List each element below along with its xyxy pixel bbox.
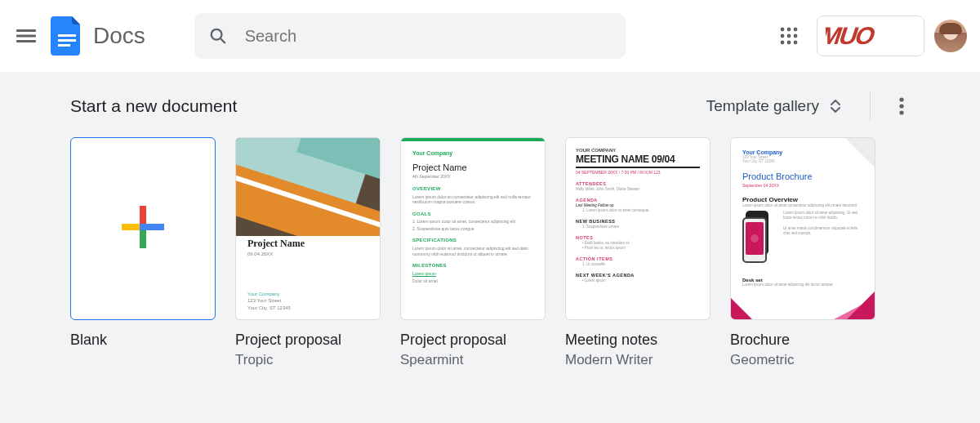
thumb-line: September 04 20XX (742, 183, 863, 188)
template-title: Blank (70, 332, 216, 349)
svg-point-11 (781, 34, 785, 38)
thumb-line: Last Meeting Follow-up (576, 203, 700, 207)
template-subtitle: Geometric (730, 352, 875, 368)
thumb-line: 04 SEPTEMBER 20XX / 7:00 PM / ROOM 123 (576, 170, 700, 175)
divider (870, 91, 871, 121)
svg-line-7 (220, 38, 225, 42)
thumb-heading: NEW BUSINESS (576, 219, 700, 224)
docs-icon (51, 16, 83, 56)
template-cards: Blank Project Name 09.04.20XX Your Compa… (70, 137, 951, 368)
svg-rect-0 (16, 29, 36, 32)
svg-point-20 (899, 110, 903, 114)
template-subtitle: Spearmint (400, 352, 546, 368)
thumb-footer-line: 123 Your Street (247, 297, 291, 304)
svg-point-18 (899, 97, 903, 101)
svg-rect-23 (122, 224, 141, 230)
template-title: Project proposal (235, 332, 381, 349)
hamburger-icon (16, 26, 36, 46)
thumb-line: Product Brochure (742, 171, 863, 181)
template-thumb-tropic[interactable]: Project Name 09.04.20XX Your Company 123… (235, 137, 381, 320)
account-avatar[interactable] (934, 20, 967, 52)
template-thumb-blank[interactable] (70, 137, 216, 320)
template-subtitle: Tropic (235, 352, 381, 368)
thumb-line: Lorem ipsum (412, 271, 533, 277)
svg-point-15 (787, 41, 791, 45)
thumb-project-name: Project Name (247, 238, 368, 250)
thumb-heading: MILESTONES (412, 263, 533, 269)
svg-text:MUO: MUO (826, 22, 879, 50)
templates-section: Start a new document Template gallery (0, 72, 980, 423)
main-menu-button[interactable] (7, 16, 46, 56)
apps-grid-icon (780, 27, 798, 45)
thumb-line: MEETING NAME 09/04 (576, 154, 700, 168)
search-input[interactable] (245, 27, 611, 46)
google-apps-button[interactable] (769, 16, 808, 56)
thumb-footer-line: Your City, ST 12345 (247, 305, 291, 311)
search-icon (209, 26, 227, 46)
thumb-heading: ACTION ITEMS (576, 256, 700, 261)
template-card-spearmint: Your Company Project Name 4th September … (400, 137, 546, 368)
svg-rect-21 (140, 206, 146, 225)
muo-logo-icon: MUO (826, 22, 915, 50)
thumb-heading: GOALS (412, 212, 533, 218)
app-logo[interactable]: Docs (51, 16, 145, 56)
template-card-tropic: Project Name 09.04.20XX Your Company 123… (235, 137, 381, 368)
svg-rect-1 (16, 35, 36, 38)
app-name: Docs (93, 23, 145, 49)
svg-rect-3 (58, 34, 76, 37)
template-thumb-brochure[interactable]: Your Company 123 Your StreetYour City, S… (730, 137, 875, 320)
template-thumb-meeting[interactable]: YOUR COMPANY MEETING NAME 09/04 04 SEPTE… (565, 137, 710, 320)
more-options-button[interactable] (885, 90, 918, 122)
svg-rect-25 (140, 224, 146, 230)
plus-icon (120, 204, 166, 253)
thumb-line: Product Overview (742, 196, 863, 203)
thumb-heading: AGENDA (576, 198, 700, 203)
svg-point-10 (794, 28, 798, 32)
thumb-line: YOUR COMPANY (576, 148, 700, 153)
thumb-footer-line: Your Company (247, 291, 291, 297)
thumb-line: Project Name (412, 162, 533, 173)
search-bar[interactable] (194, 13, 626, 59)
template-subtitle: Modern Writer (565, 352, 710, 368)
thumb-date: 09.04.20XX (247, 252, 368, 256)
svg-rect-4 (58, 39, 76, 42)
template-title: Meeting notes (565, 332, 710, 349)
svg-point-12 (787, 34, 791, 38)
unfold-icon (827, 100, 844, 113)
thumb-heading: ATTENDEES (576, 181, 700, 186)
svg-rect-2 (16, 40, 36, 42)
template-thumb-spearmint[interactable]: Your Company Project Name 4th September … (400, 137, 546, 320)
svg-point-8 (781, 28, 785, 32)
thumb-heading: SPECIFICATIONS (412, 238, 533, 244)
template-card-blank: Blank (70, 137, 216, 368)
svg-point-19 (899, 104, 903, 108)
template-card-brochure: Your Company 123 Your StreetYour City, S… (730, 137, 875, 368)
thumb-heading: OVERVIEW (412, 186, 533, 193)
brand-pill[interactable]: MUO (817, 16, 924, 56)
svg-rect-24 (145, 224, 164, 230)
template-gallery-button[interactable]: Template gallery (706, 97, 855, 115)
svg-point-16 (794, 41, 798, 45)
thumb-heading: NEXT WEEK'S AGENDA (576, 273, 700, 278)
template-title: Project proposal (400, 332, 546, 349)
svg-point-14 (781, 41, 785, 45)
thumb-line: Your Company (412, 149, 533, 157)
svg-rect-22 (140, 229, 146, 248)
template-title: Brochure (730, 332, 875, 349)
template-card-meeting: YOUR COMPANY MEETING NAME 09/04 04 SEPTE… (565, 137, 710, 368)
gallery-controls: Template gallery (706, 90, 918, 122)
thumb-line: 4th September 20XX (412, 174, 533, 180)
svg-point-13 (794, 34, 798, 38)
svg-rect-5 (58, 44, 70, 47)
thumb-heading: NOTES (576, 235, 700, 240)
more-vert-icon (899, 97, 904, 115)
thumb-line: Your Company (742, 149, 863, 155)
section-title: Start a new document (70, 96, 237, 116)
svg-point-9 (787, 28, 791, 32)
template-gallery-label: Template gallery (706, 97, 819, 115)
templates-header: Start a new document Template gallery (70, 90, 951, 122)
app-header: Docs MUO (0, 0, 980, 72)
